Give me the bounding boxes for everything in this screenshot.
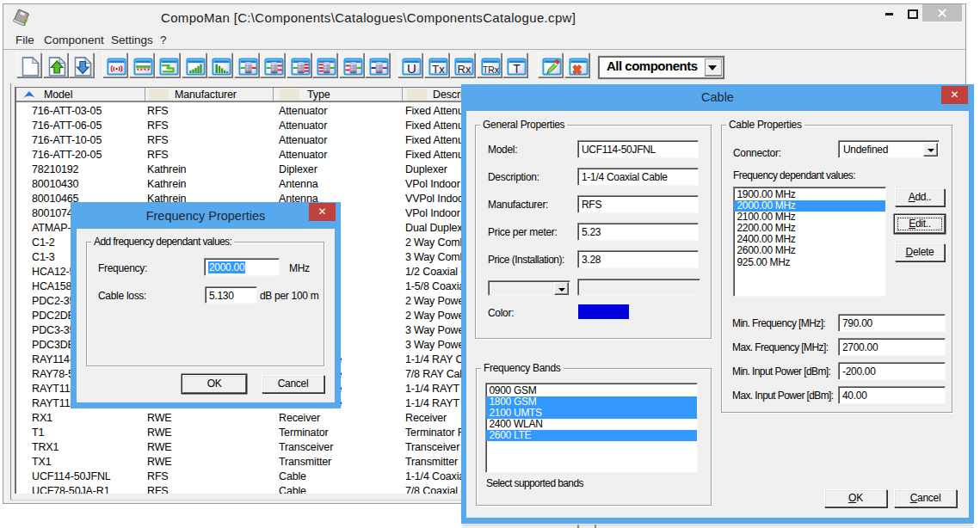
svg-text:Tx: Tx: [432, 63, 445, 76]
svg-text:TRx: TRx: [482, 64, 499, 75]
svg-text:T: T: [513, 62, 521, 76]
svg-text:Rx: Rx: [458, 63, 472, 76]
svg-text:U: U: [407, 61, 416, 76]
